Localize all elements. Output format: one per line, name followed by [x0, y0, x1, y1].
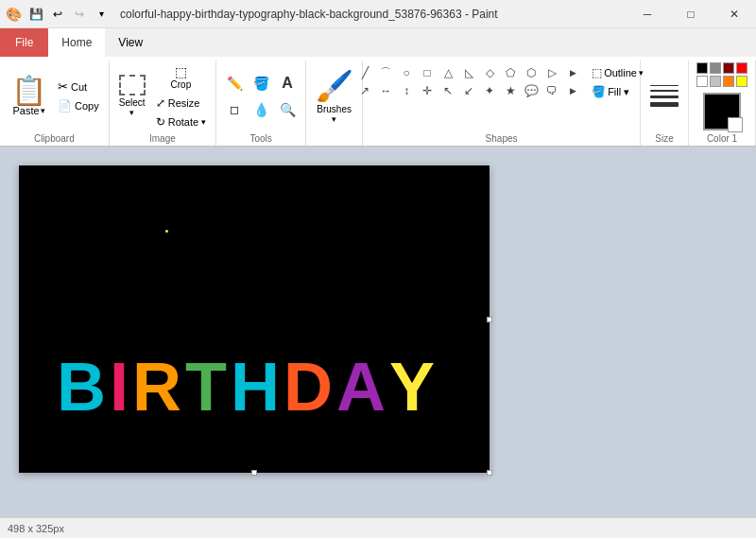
shape-hex[interactable]: ⬡ [522, 64, 541, 81]
letter-a: A [336, 348, 389, 425]
shape-arrow-nw[interactable]: ↙ [459, 82, 478, 99]
resize-button[interactable]: ⤢ Resize [152, 95, 210, 112]
undo-quick-btn[interactable]: ↩ [48, 5, 67, 24]
select-label: Select [119, 97, 146, 108]
text-button[interactable]: A [275, 71, 300, 95]
tab-home[interactable]: Home [48, 28, 105, 57]
letter-i: I [110, 348, 132, 425]
shape-arrow-ne[interactable]: ↗ [355, 82, 374, 99]
brush-icon: 🖌️ [316, 68, 353, 104]
shape-star4[interactable]: ✦ [480, 82, 499, 99]
letter-b: B [57, 348, 110, 425]
shape-diamond[interactable]: ◇ [480, 64, 499, 81]
small-dot [165, 230, 168, 233]
size-line-4[interactable] [650, 102, 679, 107]
color-gray[interactable] [710, 62, 721, 74]
shape-scroll-right[interactable]: ▶ [563, 64, 582, 81]
shapes-row-1: ╱ ⌒ ○ □ △ ◺ ◇ ⬠ ⬡ ▷ ▶ [355, 64, 582, 81]
select-dashed-box [119, 75, 146, 95]
shape-callout2[interactable]: 🗨 [542, 82, 561, 99]
shape-callout[interactable]: 💬 [522, 82, 541, 99]
cut-button[interactable]: ✂ Cut [54, 78, 103, 95]
shape-arrow-bi-h[interactable]: ↔ [376, 82, 395, 99]
shape-arrow-ne2[interactable]: ↖ [438, 82, 457, 99]
window-controls: ─ □ ✕ [626, 0, 756, 28]
size-line-2[interactable] [650, 90, 679, 92]
color-group: Color 1 [689, 61, 756, 146]
minimize-button[interactable]: ─ [626, 0, 669, 28]
resize-label: Resize [168, 97, 200, 109]
crop-label: Crop [171, 79, 192, 90]
fill-button[interactable]: 🪣 [249, 71, 273, 95]
select-dropdown[interactable]: ▾ [129, 108, 134, 117]
shape-curve[interactable]: ⌒ [376, 64, 395, 81]
paste-icon: 📋 [11, 77, 46, 105]
outline-fill-col: ⬚ Outline ▾ 🪣 Fill ▾ [588, 64, 647, 100]
paint-canvas[interactable]: B I R T H D A Y [19, 165, 490, 473]
paste-label: Paste [12, 105, 39, 116]
maximize-button[interactable]: □ [669, 0, 713, 28]
color-2-swatch[interactable] [728, 117, 743, 132]
cut-icon: ✂ [58, 79, 68, 94]
tab-file[interactable]: File [0, 28, 48, 57]
rotate-icon: ↻ [156, 115, 165, 129]
fill-btn[interactable]: 🪣 Fill ▾ [588, 83, 647, 100]
resize-icon: ⤢ [156, 96, 165, 110]
shape-rect[interactable]: □ [418, 64, 437, 81]
size-line-3[interactable] [650, 95, 679, 98]
shape-arrow-bi-v[interactable]: ↕ [397, 82, 416, 99]
shape-line[interactable]: ╱ [355, 64, 374, 81]
color-white[interactable] [696, 76, 708, 87]
color-black[interactable] [696, 62, 708, 74]
letter-y: Y [389, 348, 438, 425]
outline-button[interactable]: ⬚ Outline ▾ [588, 64, 647, 81]
shape-oval[interactable]: ○ [397, 64, 416, 81]
color-yellow[interactable] [736, 76, 747, 87]
redo-quick-btn[interactable]: ↪ [70, 5, 89, 24]
image-group-label: Image [149, 131, 176, 146]
shape-scroll-right2[interactable]: ▶ [563, 82, 582, 99]
shape-arrow-4[interactable]: ✛ [418, 82, 437, 99]
crop-button[interactable]: ⬚ Crop [152, 61, 210, 93]
brushes-label: Brushes [317, 104, 352, 114]
save-quick-btn[interactable]: 💾 [26, 5, 45, 24]
cut-label: Cut [71, 81, 87, 93]
handle-bottom-right[interactable] [487, 470, 492, 476]
pencil-button[interactable]: ✏️ [222, 71, 247, 95]
eraser-button[interactable]: ◻ [222, 97, 247, 122]
shape-triangle[interactable]: △ [438, 64, 457, 81]
shape-star5[interactable]: ★ [501, 82, 520, 99]
close-button[interactable]: ✕ [713, 0, 756, 28]
copy-button[interactable]: 📄 Copy [54, 97, 103, 114]
color-silver[interactable] [710, 76, 721, 87]
letter-r: R [132, 348, 185, 425]
paste-dropdown[interactable]: ▾ [41, 106, 45, 115]
magnifier-button[interactable]: 🔍 [275, 97, 300, 122]
color-red[interactable] [736, 62, 747, 74]
outline-label: Outline [604, 67, 637, 78]
rotate-label: Rotate [168, 116, 198, 128]
size-lines [646, 81, 682, 111]
shape-right-tri[interactable]: ◺ [459, 64, 478, 81]
rotate-dropdown[interactable]: ▾ [201, 117, 206, 127]
handle-right-center[interactable] [487, 317, 492, 322]
select-button[interactable]: Select ▾ [115, 72, 149, 120]
outline-icon: ⬚ [592, 66, 602, 79]
dimensions-label: 498 x 325px [8, 523, 64, 534]
paste-button[interactable]: 📋 Paste ▾ [6, 75, 52, 118]
shape-arrow-r[interactable]: ▷ [542, 64, 561, 81]
title-bar: 🎨 💾 ↩ ↪ ▾ colorful-happy-birthday-typogr… [0, 0, 756, 28]
size-line-1[interactable] [650, 85, 679, 86]
handle-bottom-center[interactable] [251, 470, 257, 476]
color-orange[interactable] [723, 76, 734, 87]
qa-dropdown-btn[interactable]: ▾ [92, 5, 111, 24]
brushes-button[interactable]: 🖌️ Brushes ▾ [313, 65, 356, 127]
brushes-dropdown[interactable]: ▾ [332, 114, 336, 124]
rotate-button[interactable]: ↻ Rotate ▾ [152, 113, 210, 130]
picker-button[interactable]: 💧 [249, 97, 273, 122]
tab-view[interactable]: View [105, 28, 156, 57]
shape-pentagon[interactable]: ⬠ [501, 64, 520, 81]
color-darkred[interactable] [723, 62, 734, 74]
window-title: colorful-happy-birthday-typography-black… [120, 8, 498, 21]
tools-group: ✏️ 🪣 A ◻ 💧 🔍 Tools [216, 61, 306, 146]
